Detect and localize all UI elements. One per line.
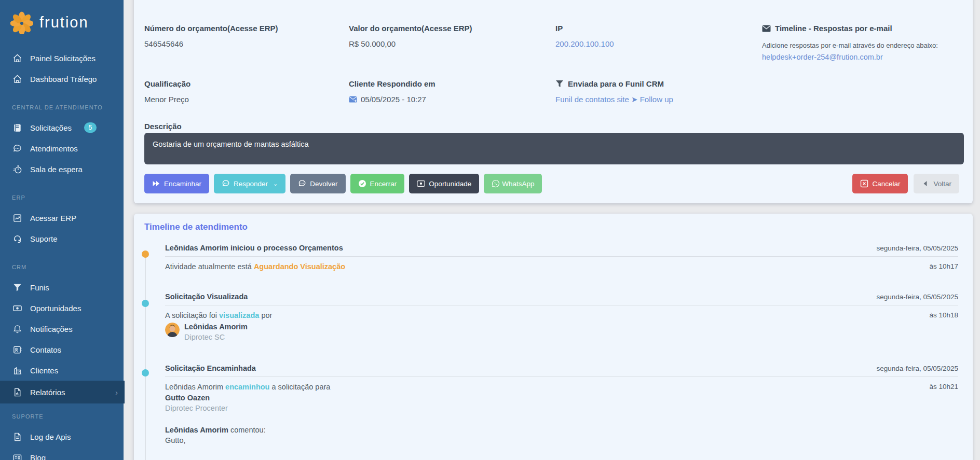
chevron-down-icon: ⌄ — [273, 180, 278, 187]
sidebar-item-blog[interactable]: Blog — [0, 447, 124, 460]
frution-logo-icon — [10, 11, 33, 34]
sidebar-item-clientes[interactable]: Clientes — [0, 360, 124, 381]
sidebar-item-acessar-erp[interactable]: Acessar ERP — [0, 207, 124, 228]
encaminhar-button[interactable]: Encaminhar — [144, 174, 209, 193]
x-square-icon — [860, 179, 868, 188]
sidebar-item-label: Notificações — [30, 325, 73, 333]
sidebar-item-oportunidades[interactable]: Oportunidades — [0, 298, 124, 318]
sidebar-item-solicitacoes[interactable]: Solicitações 5 — [0, 117, 124, 138]
request-details-card: Pinheirinho 1B 50 81710-000 Instagram Nú… — [134, 0, 973, 203]
sidebar-item-sala-de-espera[interactable]: Sala de espera — [0, 159, 124, 179]
home-icon — [12, 74, 22, 84]
timeline-entry-title: Solicitação Visualizada — [165, 292, 248, 301]
person-name: Leônidas Amorim — [184, 323, 248, 331]
timeline-entry: Solicitação Encaminhada segunda-feira, 0… — [165, 364, 958, 444]
oportunidade-button[interactable]: Oportunidade — [409, 174, 479, 193]
sidebar-item-label: Funis — [30, 283, 49, 292]
person-org: Diprotec Procenter — [165, 404, 958, 412]
sidebar-item-log-de-apis[interactable]: Log de Apis — [0, 426, 124, 447]
sidebar-item-funis[interactable]: Funis — [0, 277, 124, 298]
sidebar-item-label: Oportunidades — [30, 304, 81, 313]
funil-crm-title: Enviada para o Funil CRM — [568, 79, 664, 88]
sidebar-item-notificacoes[interactable]: Notificações — [0, 318, 124, 339]
whatsapp-button[interactable]: WhatsApp — [484, 174, 542, 193]
ip-link[interactable]: 200.200.100.100 — [555, 39, 614, 48]
sidebar-item-label: Acessar ERP — [30, 214, 76, 222]
sidebar-item-label: Clientes — [30, 366, 58, 375]
status-badge: Aguardando Visualização — [254, 262, 345, 271]
building-icon — [12, 366, 22, 375]
comment-text: Gutto, — [165, 436, 958, 444]
sidebar-item-label: Relatórios — [30, 388, 65, 397]
chat-bubble-icon — [12, 144, 22, 154]
stopwatch-icon — [12, 164, 22, 174]
brand[interactable]: frution — [0, 0, 124, 38]
timeline-entry-date: segunda-feira, 05/05/2025 — [876, 244, 958, 252]
timeline-entry-time: às 10h17 — [929, 262, 958, 271]
timeline-email-title: Timeline - Respostas por e-mail — [775, 24, 892, 33]
sidebar-item-label: Painel Solicitações — [30, 54, 96, 63]
timeline-connector-line — [145, 255, 146, 460]
funnel-dark-icon — [555, 80, 564, 88]
caret-left-icon — [921, 179, 930, 188]
sidebar-item-relatorios[interactable]: Relatórios › — [0, 381, 125, 403]
sidebar-section-erp: ERP — [0, 191, 124, 204]
fast-forward-icon — [152, 179, 160, 188]
chart-square-icon — [12, 213, 22, 223]
timeline-dot-cyan — [142, 300, 149, 307]
sidebar-item-label: Atendimentos — [30, 144, 78, 153]
timeline-entry-time: às 10h21 — [929, 383, 958, 391]
cliente-respondido-label: Cliente Respondido em — [349, 79, 552, 88]
sidebar-item-label: Sala de espera — [30, 165, 83, 174]
sidebar-section-suporte: SUPORTE — [0, 410, 124, 423]
cancelar-button[interactable]: Cancelar — [852, 174, 908, 193]
timeline-entry-date: segunda-feira, 05/05/2025 — [876, 365, 958, 372]
person-org: Diprotec SC — [184, 333, 248, 341]
book-icon — [12, 123, 22, 133]
timeline-entry: Leônidas Amorim iniciou o processo Orçam… — [165, 244, 958, 271]
descricao-label: Descrição — [144, 122, 182, 131]
mail-reply-icon — [349, 96, 357, 103]
helpdesk-email-link[interactable]: helpdesk+order-254@frution.com.br — [762, 53, 883, 61]
sidebar-item-contatos[interactable]: Contatos — [0, 339, 124, 360]
sidebar-item-atendimentos[interactable]: Atendimentos — [0, 138, 124, 159]
timeline-dot-cyan — [142, 369, 149, 377]
timeline-email-hint: Adicione respostas por e-mail através do… — [762, 41, 970, 49]
timeline-entry-text: A solicitação foi visualizada por — [165, 311, 272, 319]
responder-button[interactable]: Responder⌄ — [214, 174, 285, 193]
valor-orcamento-value: R$ 50.000,00 — [349, 39, 552, 48]
timeline-title: Timeline de atendimento — [144, 222, 248, 232]
timeline-entry-time: às 10h18 — [929, 311, 958, 319]
sidebar-item-painel-solicitacoes[interactable]: Painel Solicitações — [0, 48, 124, 68]
numero-orcamento-label: Número do orçamento(Acesse ERP) — [144, 24, 348, 33]
brand-name: frution — [39, 14, 89, 31]
sidebar-item-dashboard-trafego[interactable]: Dashboard Tráfego — [0, 68, 124, 89]
funnel-icon — [12, 283, 22, 292]
home-icon — [12, 53, 22, 63]
solicitacoes-count-badge: 5 — [84, 122, 97, 133]
timeline-entry: Solicitação Visualizada segunda-feira, 0… — [165, 292, 958, 341]
timeline-entry-title: Leônidas Amorim iniciou o processo Orçam… — [165, 244, 343, 252]
funil-crm-link[interactable]: Funil de contatos site ➤ Follow up — [555, 95, 673, 104]
contact-card-icon — [12, 345, 22, 355]
voltar-button[interactable]: Voltar — [914, 174, 959, 193]
description-textarea[interactable]: Gostaria de um orçamento de mantas asfál… — [144, 133, 964, 164]
whatsapp-icon — [492, 179, 500, 188]
sidebar-item-label: Suporte — [30, 234, 58, 243]
timeline-entry-title: Solicitação Encaminhada — [165, 364, 256, 372]
cash-icon — [12, 303, 22, 313]
sidebar-item-suporte[interactable]: Suporte — [0, 228, 124, 249]
sidebar-section-crm: CRM — [0, 260, 124, 274]
secondary-button-row: Cancelar Voltar — [852, 174, 959, 193]
timeline-card: Timeline de atendimento Leônidas Amorim … — [134, 214, 973, 460]
timeline-entry-text: Leônidas Amorim encaminhou a solicitação… — [165, 383, 330, 391]
qualificacao-label: Qualificação — [144, 79, 348, 88]
newspaper-icon — [12, 453, 22, 460]
headset-icon — [12, 234, 22, 244]
sidebar-item-label: Blog — [30, 453, 46, 460]
comment-header: Leônidas Amorim comentou: — [165, 426, 958, 434]
devolver-button[interactable]: Devolver — [290, 174, 345, 193]
envelope-icon — [762, 25, 771, 32]
numero-orcamento-value: 546545646 — [144, 39, 348, 48]
encerrar-button[interactable]: Encerrar — [350, 174, 405, 193]
